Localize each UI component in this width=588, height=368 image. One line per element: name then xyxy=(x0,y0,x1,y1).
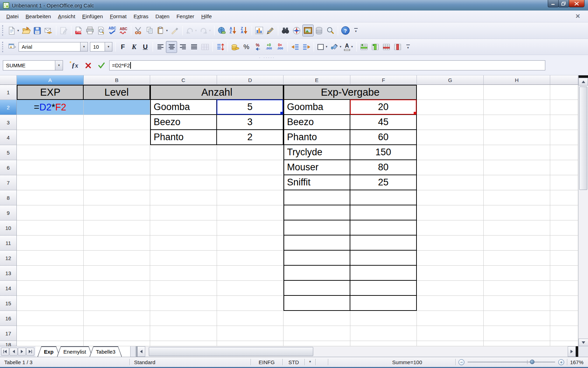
standard-format-button[interactable]: % xyxy=(252,41,263,53)
cell[interactable] xyxy=(350,205,417,220)
cell[interactable] xyxy=(17,326,84,341)
cell-e7[interactable]: Sniffit xyxy=(284,175,350,190)
cell[interactable] xyxy=(417,251,484,266)
cell[interactable] xyxy=(84,190,150,205)
cell[interactable] xyxy=(17,251,84,266)
navigator-button[interactable] xyxy=(291,25,302,36)
menu-extras[interactable]: Extras xyxy=(130,12,152,21)
cell[interactable] xyxy=(284,296,350,311)
cell-b2[interactable] xyxy=(84,100,150,115)
cell[interactable] xyxy=(484,145,550,160)
cell[interactable] xyxy=(150,145,217,160)
cell[interactable] xyxy=(217,175,284,190)
cell[interactable] xyxy=(550,341,578,346)
cut-button[interactable] xyxy=(133,25,144,36)
cell[interactable] xyxy=(350,296,417,311)
cell[interactable] xyxy=(17,205,84,220)
cell[interactable] xyxy=(417,341,484,346)
cell[interactable] xyxy=(84,311,150,326)
cell[interactable] xyxy=(217,205,284,220)
last-sheet-button[interactable] xyxy=(26,348,34,356)
cell[interactable] xyxy=(150,236,217,251)
cell[interactable] xyxy=(350,251,417,266)
menu-bearbeiten[interactable]: Bearbeiten xyxy=(22,12,55,21)
cell[interactable] xyxy=(484,190,550,205)
row-header[interactable]: 15 xyxy=(0,296,17,311)
cell[interactable] xyxy=(217,220,284,236)
chevron-down-icon[interactable]: ▼ xyxy=(351,45,354,48)
cell[interactable] xyxy=(417,145,484,160)
row-header[interactable]: 18 xyxy=(0,341,17,346)
fill-handle[interactable] xyxy=(414,112,416,114)
cell[interactable] xyxy=(284,311,350,326)
cell[interactable] xyxy=(350,236,417,251)
cell[interactable] xyxy=(217,311,284,326)
cell[interactable] xyxy=(550,100,578,115)
cell[interactable] xyxy=(417,175,484,190)
cell[interactable] xyxy=(84,145,150,160)
cell-e6[interactable]: Mouser xyxy=(284,160,350,175)
cell[interactable] xyxy=(217,190,284,205)
cell[interactable] xyxy=(284,281,350,296)
menu-daten[interactable]: Daten xyxy=(152,12,173,21)
cell[interactable] xyxy=(84,115,150,130)
cell[interactable] xyxy=(417,100,484,115)
cell[interactable] xyxy=(17,115,84,130)
menu-einfuegen[interactable]: Einfügen xyxy=(79,12,106,21)
cell[interactable] xyxy=(417,205,484,220)
cell[interactable] xyxy=(417,190,484,205)
scroll-down-button[interactable] xyxy=(579,339,588,346)
cell[interactable] xyxy=(84,175,150,190)
cell[interactable] xyxy=(84,326,150,341)
row-header[interactable]: 6 xyxy=(0,160,17,175)
toolbar-grip[interactable] xyxy=(2,42,5,52)
email-button[interactable] xyxy=(43,25,54,36)
tab-splitter-handle[interactable] xyxy=(135,346,137,357)
cell[interactable] xyxy=(284,236,350,251)
save-button[interactable] xyxy=(32,25,43,36)
delete-rows-button[interactable] xyxy=(381,41,392,53)
delete-decimal-button[interactable]: 0×.000 xyxy=(274,41,286,53)
cell[interactable] xyxy=(417,326,484,341)
cell-a1[interactable]: EXP xyxy=(17,85,84,100)
zoom-button[interactable] xyxy=(325,25,336,36)
cell[interactable] xyxy=(150,326,217,341)
row-header[interactable]: 7 xyxy=(0,175,17,190)
cell-a2-editing[interactable]: =D2*F2 xyxy=(17,100,84,115)
split-window-handle[interactable] xyxy=(579,75,588,78)
cell[interactable] xyxy=(484,341,550,346)
cell-c2[interactable]: Goomba xyxy=(150,100,217,115)
cell[interactable] xyxy=(550,175,578,190)
cell[interactable] xyxy=(484,220,550,236)
row-header[interactable]: 17 xyxy=(0,326,17,341)
cell[interactable] xyxy=(484,311,550,326)
cell[interactable] xyxy=(17,266,84,281)
cell[interactable] xyxy=(84,130,150,145)
font-size-combobox[interactable]: 10 ▼ xyxy=(90,42,112,52)
cell[interactable] xyxy=(17,130,84,145)
cell-f3[interactable]: 45 xyxy=(350,115,417,130)
cell[interactable] xyxy=(150,205,217,220)
cell-d3[interactable]: 3 xyxy=(217,115,284,130)
row-header[interactable]: 12 xyxy=(0,251,17,266)
cell[interactable] xyxy=(17,311,84,326)
previous-sheet-button[interactable] xyxy=(9,348,18,356)
toolbar-overflow-button[interactable]: ▼ xyxy=(405,41,412,53)
print-button[interactable] xyxy=(84,25,96,36)
cell-c3[interactable]: Beezo xyxy=(150,115,217,130)
underline-button[interactable]: U xyxy=(140,41,151,53)
cell-b1[interactable]: Level xyxy=(84,85,150,100)
cell[interactable] xyxy=(417,130,484,145)
menu-ansicht[interactable]: Ansicht xyxy=(55,12,79,21)
cell[interactable] xyxy=(550,266,578,281)
cell[interactable] xyxy=(550,190,578,205)
cell[interactable] xyxy=(150,160,217,175)
name-box[interactable]: SUMME ▼ xyxy=(3,60,63,70)
close-document-icon[interactable]: ✕ xyxy=(575,13,580,20)
sheet-tab-enemylist[interactable]: Enemylist xyxy=(57,346,93,357)
cell[interactable] xyxy=(17,281,84,296)
cell[interactable] xyxy=(150,296,217,311)
cell[interactable] xyxy=(84,341,150,346)
chevron-down-icon[interactable]: ▼ xyxy=(105,42,112,51)
cell[interactable] xyxy=(84,296,150,311)
